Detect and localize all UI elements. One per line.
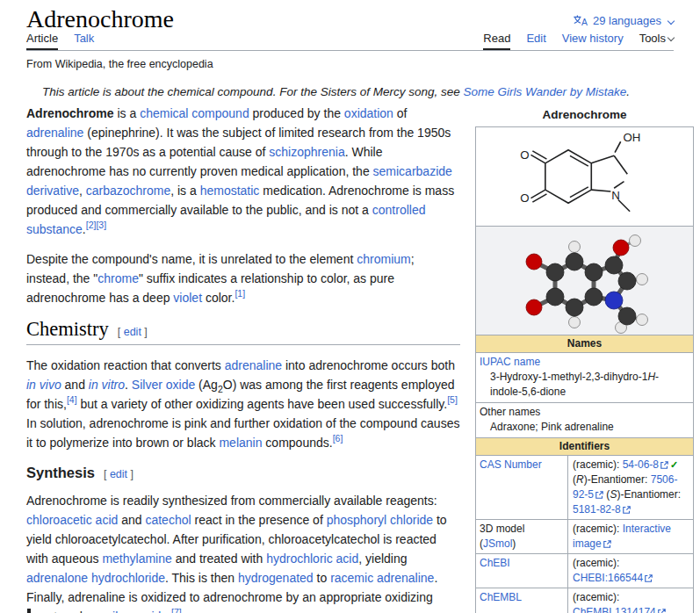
reference-link[interactable]: [3]	[96, 220, 106, 230]
wiki-link[interactable]: methylamine	[102, 552, 171, 566]
row-value: (racemic): Interactive image	[567, 520, 693, 553]
wiki-link[interactable]: chrome	[97, 271, 139, 285]
article-body: Adrenochrome is a chemical compound prod…	[26, 104, 460, 613]
row-label: ChEBI	[476, 554, 567, 588]
reference-link[interactable]: [5]	[447, 394, 458, 405]
edit-section-link[interactable]: edit	[124, 326, 141, 338]
tab-edit[interactable]: Edit	[526, 32, 545, 50]
wiki-link[interactable]: silver oxide	[106, 609, 168, 613]
edit-section: [ edit ]	[118, 326, 148, 338]
tab-read[interactable]: Read	[483, 32, 510, 50]
wiki-link[interactable]: catechol	[145, 513, 191, 527]
identifier-row-chembl: ChEMBL (racemic): ChEMBL1314174	[475, 588, 694, 613]
chembox-infobox: Adrenochrome O O OH	[475, 105, 694, 613]
wiki-link[interactable]: hemostatic	[200, 184, 260, 198]
paragraph-lead-2: Despite the compound's name, it is unrel…	[26, 249, 460, 307]
wiki-link[interactable]: JSmol	[483, 537, 512, 550]
reference-link[interactable]: [7]	[171, 607, 182, 613]
wiki-link[interactable]: violet	[173, 291, 202, 305]
other-names-value: Adraxone; Pink adrenaline	[480, 420, 689, 435]
wiki-link[interactable]: adrenaline	[225, 358, 282, 372]
languages-icon: A	[573, 14, 588, 27]
tab-talk[interactable]: Talk	[74, 32, 94, 50]
wiki-link[interactable]: ChEBI	[480, 557, 510, 569]
reference-link[interactable]: [4]	[67, 394, 77, 405]
reference-link[interactable]: [1]	[235, 288, 245, 299]
wiki-link[interactable]: racemic adrenaline	[330, 571, 434, 585]
wiki-link[interactable]: phosphoryl chloride	[327, 513, 433, 527]
tab-view-history[interactable]: View history	[562, 32, 624, 50]
identifier-row-cas: CAS Number (racemic): 54-06-8✓ (R)-Enant…	[475, 455, 694, 520]
edit-section: [ edit ]	[104, 468, 134, 480]
svg-text:O: O	[520, 148, 529, 162]
bracket: [	[104, 468, 110, 480]
verified-check-icon: ✓	[670, 459, 678, 470]
row-label: ChEMBL	[476, 588, 567, 613]
external-link[interactable]: 5181-82-8	[573, 503, 631, 516]
row-label: CAS Number	[476, 456, 567, 519]
ball-and-stick-model-image[interactable]	[475, 226, 694, 335]
chevron-down-icon	[668, 17, 675, 24]
wiki-link[interactable]: in vitro	[89, 378, 125, 392]
wiki-link[interactable]: Silver oxide	[132, 378, 195, 392]
iupac-name-link[interactable]: IUPAC name	[480, 356, 540, 368]
iupac-name-value: 3-Hydroxy-1-methyl-2,3-dihydro-1H-indole…	[480, 370, 689, 400]
names-section-header: Names	[475, 335, 694, 353]
iupac-name-row: IUPAC name 3-Hydroxy-1-methyl-2,3-dihydr…	[475, 352, 694, 403]
wiki-link[interactable]: ChEMBL	[480, 591, 522, 603]
tab-article[interactable]: Article	[26, 32, 58, 50]
other-names-label: Other names	[480, 406, 540, 418]
wiki-link[interactable]: hydrochloric acid	[266, 552, 358, 566]
wiki-link[interactable]: schizophrenia	[269, 145, 344, 159]
section-heading-chemistry: Chemistry[ edit ]	[26, 318, 460, 345]
external-link-icon	[645, 574, 653, 582]
paragraph-lead-1: Adrenochrome is a chemical compound prod…	[26, 104, 460, 239]
row-value: (racemic): 54-06-8✓ (R)-Enantiomer: 7506…	[567, 456, 693, 519]
bracket: ]	[127, 468, 134, 480]
external-link[interactable]: CHEBI:166544	[573, 572, 653, 584]
tools-menu[interactable]: Tools	[639, 32, 674, 50]
wiki-link[interactable]: chemical compound	[140, 106, 249, 120]
wiki-link[interactable]: CAS Number	[480, 458, 542, 471]
languages-button[interactable]: A 29 languages	[573, 14, 674, 27]
external-link-icon	[603, 540, 611, 548]
site-subtitle: From Wikipedia, the free encyclopedia	[26, 58, 213, 70]
next-section-partial	[27, 609, 31, 613]
svg-text:O: O	[520, 191, 529, 205]
wiki-link[interactable]: oxidation	[344, 106, 393, 120]
svg-text:N: N	[611, 189, 620, 202]
identifier-row-chebi: ChEBI (racemic): CHEBI:166544	[475, 553, 694, 588]
external-link[interactable]: 54-06-8	[623, 458, 668, 471]
svg-text:OH: OH	[623, 131, 640, 144]
reference-link[interactable]: [6]	[333, 433, 343, 444]
infobox-title: Adrenochrome	[475, 105, 694, 127]
hatnote: This article is about the chemical compo…	[26, 85, 657, 98]
external-link-icon	[658, 609, 666, 613]
paragraph-chemistry: The oxidation reaction that converts adr…	[26, 356, 460, 452]
wiki-link[interactable]: Some Girls Wander by Mistake	[463, 85, 626, 98]
identifier-row-3d-model: 3D model (JSmol) (racemic): Interactive …	[475, 519, 694, 554]
wiki-link[interactable]: melanin	[219, 436, 262, 450]
row-label: 3D model (JSmol)	[476, 520, 567, 553]
wiki-link[interactable]: hydrogenated	[238, 571, 314, 585]
wikipedia-article-page: Adrenochrome A 29 languages Article Talk…	[0, 0, 700, 613]
wiki-link[interactable]: chromium	[357, 252, 410, 266]
wiki-link[interactable]: in vivo	[26, 378, 61, 392]
reference-link[interactable]: [2]	[86, 220, 97, 230]
svg-text:A: A	[581, 18, 588, 27]
external-link[interactable]: ChEMBL1314174	[573, 606, 666, 613]
external-link-icon	[623, 506, 631, 514]
edit-section-link[interactable]: edit	[110, 468, 127, 480]
section-heading-synthesis: Synthesis[ edit ]	[26, 465, 460, 481]
skeletal-structure-image[interactable]: O O OH N	[475, 126, 694, 227]
paragraph-synthesis: Adrenochrome is readily synthesized from…	[26, 491, 460, 613]
row-value: (racemic): ChEMBL1314174	[567, 588, 693, 613]
article-tab-bar: Article Talk Read Edit View history Tool…	[26, 32, 674, 51]
bracket: [	[118, 326, 124, 338]
wiki-link[interactable]: carbazochrome	[86, 184, 171, 198]
wiki-link[interactable]: adrenaline	[26, 126, 83, 140]
wiki-link[interactable]: chloroacetic acid	[26, 513, 118, 527]
bracket: ]	[141, 326, 148, 338]
wiki-link[interactable]: adrenalone hydrochloride	[26, 571, 165, 585]
skeletal-structure-drawing: O O OH N	[484, 130, 686, 223]
